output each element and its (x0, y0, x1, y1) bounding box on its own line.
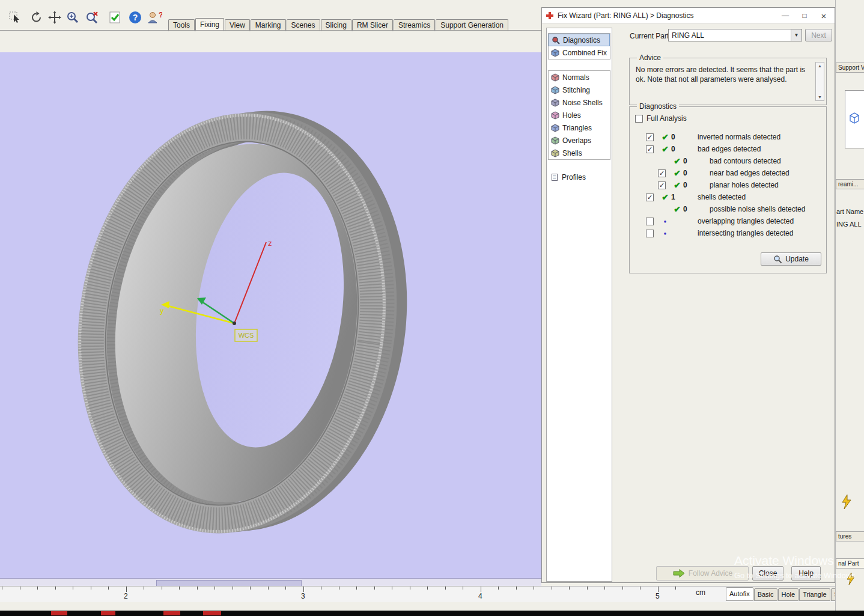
magnifier-icon (773, 255, 782, 264)
blue-dot-icon: ● (659, 219, 671, 224)
diagnostic-checkbox[interactable] (646, 230, 654, 237)
ribbon-tabs: ToolsFixingViewMarkingScenesSlicingRM Sl… (168, 18, 509, 31)
diagnostic-row: ✓✔0planar holes detected (630, 179, 826, 191)
diagnostic-label: near bad edges detected (710, 169, 789, 177)
sidebar-item-combined-fix[interactable]: Combined Fix (549, 46, 610, 59)
sidebar-item-triangles[interactable]: Triangles (549, 121, 610, 134)
y-axis-label: y (160, 306, 164, 315)
tab-tools[interactable]: Tools (168, 19, 195, 31)
scroll-up-icon[interactable]: ▲ (818, 63, 822, 69)
current-part-dropdown[interactable]: RING ALL ▼ (668, 29, 802, 41)
sidebar-item-noise-shells[interactable]: Noise Shells (549, 96, 610, 109)
diagnostic-label: intersecting triangles detected (698, 229, 793, 237)
part-name-value: ING ALL (836, 221, 862, 228)
ruler-number: 2 (124, 592, 128, 600)
support-icon[interactable] (841, 494, 856, 511)
diagnostic-checkbox[interactable]: ✓ (658, 181, 666, 189)
fix-wizard-icon (546, 11, 554, 20)
diagnostic-checkbox[interactable]: ✓ (646, 133, 654, 141)
diagnostic-row: ●overlapping triangles detected (630, 215, 826, 227)
checkbox-icon[interactable] (635, 115, 643, 123)
checklist-icon[interactable] (107, 10, 123, 25)
ruler-number: 4 (478, 592, 482, 600)
diagnostic-label: bad contours detected (710, 157, 781, 165)
diagnostic-checkbox[interactable]: ✓ (658, 169, 666, 177)
ruler-unit: cm (696, 588, 705, 597)
dialog-titlebar[interactable]: Fix Wizard (Part: RING ALL) > Diagnostic… (542, 8, 835, 23)
diagnostic-count: 1 (671, 193, 683, 201)
sidebar-item-overlaps[interactable]: Overlaps (549, 134, 610, 147)
green-check-icon: ✔ (659, 192, 671, 202)
rotate-tool-icon[interactable] (29, 10, 44, 25)
triangles-icon (551, 124, 559, 132)
advice-text: No more errors are detected. It seems th… (636, 66, 809, 84)
part-preview-panel (845, 90, 864, 148)
viewport-hscrollbar[interactable] (0, 578, 541, 587)
tab-streamics[interactable]: Streamics (394, 19, 435, 31)
green-check-icon: ✔ (671, 180, 683, 190)
wcs-label: WCS (239, 332, 254, 339)
scroll-down-icon[interactable]: ▼ (818, 94, 822, 100)
sidebar-item-stitching[interactable]: Stitching (549, 84, 610, 96)
tab-view[interactable]: View (225, 19, 250, 31)
diagnostics-rows: ✓✔0inverted normals detected✓✔0bad edges… (630, 131, 826, 239)
support-panel-label[interactable]: Support V (836, 63, 864, 73)
assistant-help-icon[interactable]: ? (147, 10, 162, 25)
support-icon-small[interactable] (845, 572, 859, 587)
bottom-tab-hole[interactable]: Hole (778, 588, 799, 601)
bottom-bar (0, 611, 864, 616)
diagnostic-row: ✔0bad contours detected (630, 155, 826, 167)
profiles-icon (550, 173, 559, 181)
pan-tool-icon[interactable] (47, 10, 62, 25)
streamics-tab[interactable]: reami... (836, 179, 864, 189)
diagnostic-checkbox[interactable]: ✓ (646, 194, 654, 201)
diagnostic-count: 0 (683, 169, 695, 177)
update-button[interactable]: Update (761, 252, 821, 266)
diagnostic-label: possible noise shells detected (710, 205, 805, 213)
advice-group: Advice No more errors are detected. It s… (629, 58, 827, 105)
diagnostic-label: shells detected (698, 193, 746, 201)
tab-fixing[interactable]: Fixing (195, 18, 224, 31)
advice-group-label: Advice (637, 53, 663, 62)
cube-wireframe-icon (847, 110, 862, 126)
svg-text:?: ? (159, 11, 162, 19)
zoom-in-icon[interactable] (65, 10, 81, 25)
sidebar-item-normals[interactable]: Normals (549, 71, 610, 84)
tab-marking[interactable]: Marking (251, 19, 286, 31)
diagnostics-group: Diagnostics Full Analysis ✓✔0inverted no… (629, 106, 827, 273)
follow-advice-button[interactable]: Follow Advice (656, 566, 749, 581)
viewport-3d[interactable]: z y WCS (0, 52, 541, 578)
diagnostic-row: ✓✔0bad edges detected (630, 143, 826, 155)
toolbar-divider (0, 30, 541, 31)
maximize-button[interactable]: □ (795, 8, 814, 23)
bottom-tab-autofix[interactable]: Autofix (726, 587, 753, 601)
sidebar-item-holes[interactable]: Holes (549, 109, 610, 121)
help-button[interactable]: Help (791, 566, 821, 581)
zoom-reset-icon[interactable] (84, 10, 100, 25)
taskbar-segment (163, 611, 180, 615)
help-icon[interactable]: ? (127, 10, 143, 25)
sidebar-item-profiles[interactable]: Profiles (548, 171, 610, 183)
diagnostic-row: ✔0possible noise shells detected (630, 203, 826, 215)
advice-scrollbar[interactable]: ▲ ▼ (815, 62, 824, 101)
bottom-tab-basic[interactable]: Basic (754, 588, 777, 601)
sidebar-item-shells[interactable]: Shells (549, 147, 610, 159)
bottom-tab-triangle[interactable]: Triangle (799, 588, 830, 601)
tab-slicing[interactable]: Slicing (321, 19, 351, 31)
diagnostic-count: 0 (683, 157, 695, 165)
diagnostic-checkbox[interactable] (646, 218, 654, 225)
tab-scenes[interactable]: Scenes (287, 19, 320, 31)
original-part-button[interactable]: nal Part (836, 558, 864, 569)
close-button[interactable]: Close (752, 566, 783, 581)
minimize-button[interactable]: — (776, 8, 795, 23)
tab-support-generation[interactable]: Support Generation (436, 19, 508, 31)
full-analysis-checkbox[interactable]: Full Analysis (635, 114, 687, 123)
sidebar-item-diagnostics[interactable]: Diagnostics (549, 34, 610, 46)
chevron-down-icon: ▼ (791, 29, 802, 41)
next-button[interactable]: Next (805, 29, 832, 41)
pick-tool-icon[interactable] (7, 10, 23, 25)
close-window-button[interactable]: × (814, 8, 833, 23)
diagnostic-checkbox[interactable]: ✓ (646, 145, 654, 153)
tab-rm-slicer[interactable]: RM Slicer (352, 19, 393, 31)
textures-button[interactable]: tures (836, 531, 864, 541)
